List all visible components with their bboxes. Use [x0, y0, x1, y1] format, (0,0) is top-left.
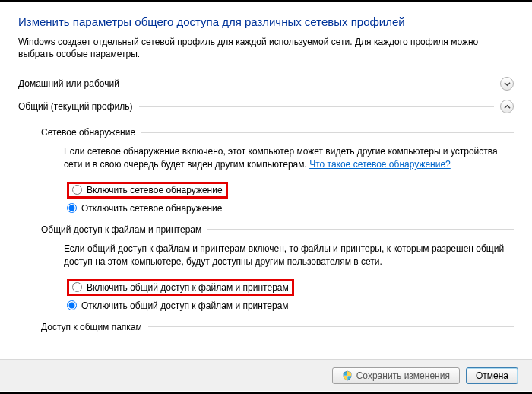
bottom-bar: Сохранить изменения Отмена: [0, 359, 532, 391]
radio-disable-network-discovery-row[interactable]: Отключить сетевое обнаружение: [64, 202, 514, 215]
network-discovery-group-title: Сетевое обнаружение: [41, 127, 135, 138]
cancel-button[interactable]: Отмена: [466, 367, 518, 384]
section-home-header[interactable]: Домашний или рабочий: [18, 72, 514, 95]
divider: [139, 106, 494, 107]
radio-enable-file-sharing-row[interactable]: Включить общий доступ к файлам и принтер…: [64, 278, 514, 297]
radio-enable-network-discovery[interactable]: [72, 185, 82, 195]
shield-icon: [342, 370, 353, 381]
save-button[interactable]: Сохранить изменения: [332, 367, 460, 384]
radio-disable-network-discovery-label: Отключить сетевое обнаружение: [81, 203, 222, 214]
file-sharing-group-title: Общий доступ к файлам и принтерам: [41, 224, 201, 235]
section-home-title: Домашний или рабочий: [18, 78, 119, 89]
divider: [207, 229, 514, 230]
highlight-box: Включить сетевое обнаружение: [67, 182, 228, 199]
page-title: Изменить параметры общего доступа для ра…: [18, 15, 514, 28]
cancel-button-label: Отмена: [476, 370, 508, 381]
divider: [141, 132, 514, 133]
chevron-up-icon[interactable]: [500, 100, 514, 113]
radio-disable-file-sharing[interactable]: [67, 300, 77, 310]
highlight-box: Включить общий доступ к файлам и принтер…: [67, 279, 294, 296]
radio-enable-file-sharing[interactable]: [72, 282, 82, 292]
public-folder-group-title: Доступ к общим папкам: [41, 322, 142, 332]
divider: [148, 326, 514, 327]
page-intro: Windows создает отдельный сетевой профил…: [18, 36, 514, 60]
radio-enable-file-sharing-label: Включить общий доступ к файлам и принтер…: [87, 282, 289, 293]
radio-enable-network-discovery-row[interactable]: Включить сетевое обнаружение: [64, 180, 514, 200]
divider: [125, 84, 494, 84]
network-discovery-link[interactable]: Что такое сетевое обнаружение?: [309, 159, 451, 170]
section-public-header[interactable]: Общий (текущий профиль): [18, 95, 514, 118]
file-sharing-desc: Если общий доступ к файлам и принтерам в…: [64, 243, 514, 268]
chevron-down-icon[interactable]: [500, 77, 514, 91]
radio-enable-network-discovery-label: Включить сетевое обнаружение: [87, 185, 223, 195]
radio-disable-file-sharing-label: Отключить общий доступ к файлам и принте…: [81, 300, 289, 311]
save-button-label: Сохранить изменения: [356, 370, 450, 381]
network-discovery-desc: Если сетевое обнаружение включено, этот …: [64, 145, 514, 171]
section-public-title: Общий (текущий профиль): [18, 101, 133, 112]
radio-disable-network-discovery[interactable]: [67, 203, 77, 213]
radio-disable-file-sharing-row[interactable]: Отключить общий доступ к файлам и принте…: [64, 299, 514, 313]
